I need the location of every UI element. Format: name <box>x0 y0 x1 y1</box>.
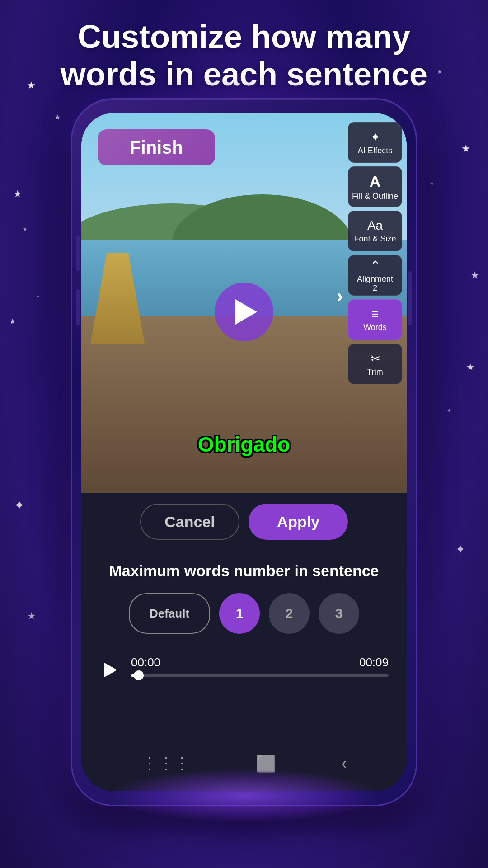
words-label: Words <box>363 323 387 332</box>
nav-menu-icon[interactable]: ⋮⋮⋮ <box>141 754 190 773</box>
trim-icon: ✂ <box>370 351 380 366</box>
power-button <box>408 271 412 326</box>
play-button[interactable] <box>215 283 273 341</box>
time-display: 00:00 00:09 <box>131 656 389 670</box>
chevron-right-icon: › <box>337 285 343 307</box>
trim-label: Trim <box>367 368 383 377</box>
video-preview: Obrigado Finish › ✦ AI Effects A <box>81 113 407 511</box>
alignment-button[interactable]: ⌃ Alignment2 <box>348 255 402 296</box>
words-button[interactable]: ≡ Words <box>348 299 402 340</box>
ai-effects-label: AI Effects <box>358 146 393 156</box>
play-small-icon <box>104 663 117 677</box>
bottom-panel: Cancel Apply Maximum words number in sen… <box>81 493 407 791</box>
progress-dot <box>134 670 144 680</box>
words-section-label: Maximum words number in sentence <box>99 562 389 580</box>
words-icon: ≡ <box>371 307 379 321</box>
font-size-icon: Aa <box>367 218 383 233</box>
play-small-button[interactable] <box>99 659 122 681</box>
phone-mockup: Obrigado Finish › ✦ AI Effects A <box>72 99 416 805</box>
word-count-options: Default 1 2 3 <box>99 593 389 634</box>
alignment-icon: ⌃ <box>370 258 380 273</box>
nav-back-icon[interactable]: ‹ <box>342 754 347 773</box>
cancel-button[interactable]: Cancel <box>140 504 239 540</box>
phone-glow <box>108 769 380 823</box>
phone-screen: Obrigado Finish › ✦ AI Effects A <box>81 113 407 791</box>
current-time: 00:00 <box>131 656 160 670</box>
volume-down-button <box>76 289 80 326</box>
word-option-3[interactable]: 3 <box>319 593 359 634</box>
playback-row: 00:00 00:09 <box>99 652 389 688</box>
progress-section: 00:00 00:09 <box>131 652 389 688</box>
divider <box>99 551 389 551</box>
header-title: Customize how many words in each sentenc… <box>0 18 488 93</box>
trim-button[interactable]: ✂ Trim <box>348 344 402 384</box>
progress-bar-background <box>131 674 389 677</box>
word-option-default[interactable]: Default <box>129 593 210 634</box>
word-option-1[interactable]: 1 <box>219 593 260 634</box>
end-time: 00:09 <box>359 656 389 670</box>
word-option-2[interactable]: 2 <box>269 593 310 634</box>
font-size-button[interactable]: Aa Font & Size <box>348 211 402 251</box>
fill-outline-label: Fill & Outline <box>352 192 398 201</box>
apply-button[interactable]: Apply <box>249 504 348 540</box>
play-icon <box>235 299 257 325</box>
right-toolbar: ✦ AI Effects A Fill & Outline Aa Font & … <box>348 122 407 384</box>
progress-bar-container[interactable] <box>131 674 389 677</box>
finish-button[interactable]: Finish <box>98 129 215 165</box>
font-size-label: Font & Size <box>354 235 396 244</box>
volume-up-button <box>76 235 80 271</box>
ai-effects-icon: ✦ <box>370 130 380 145</box>
action-buttons: Cancel Apply <box>99 504 389 540</box>
alignment-label: Alignment2 <box>357 275 393 293</box>
ai-effects-button[interactable]: ✦ AI Effects <box>348 122 402 163</box>
fill-outline-button[interactable]: A Fill & Outline <box>348 166 402 207</box>
fill-outline-icon: A <box>370 173 381 190</box>
subtitle-overlay: Obrigado <box>198 432 290 457</box>
